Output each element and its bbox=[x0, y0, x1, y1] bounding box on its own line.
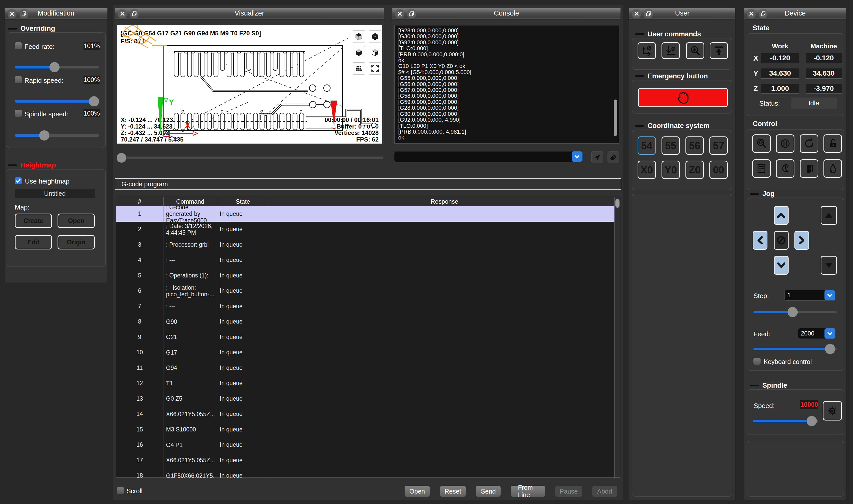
cube-solid-icon[interactable] bbox=[369, 30, 381, 42]
cube-right-icon[interactable] bbox=[369, 46, 381, 58]
console-output[interactable]: [G28:0.000,0.000,0.000][G30:0.000,0.000,… bbox=[394, 25, 619, 144]
rapid-speed-checkbox[interactable] bbox=[15, 76, 22, 83]
close-icon[interactable] bbox=[747, 10, 756, 18]
modification-header[interactable]: Modification bbox=[4, 8, 107, 19]
clear-console-button[interactable] bbox=[607, 151, 619, 163]
coord-button[interactable]: Y0 bbox=[661, 161, 680, 179]
door-button[interactable] bbox=[800, 159, 818, 178]
dropdown-chevron-icon[interactable] bbox=[572, 151, 582, 162]
reset-button-icon-btn[interactable] bbox=[800, 134, 818, 153]
sleep-button[interactable]: zz bbox=[776, 159, 795, 178]
coord-button[interactable]: 57 bbox=[709, 137, 728, 155]
gcode-table[interactable]: # Command State Response 1 ; G-code gene… bbox=[116, 197, 620, 478]
map-button[interactable]: Open bbox=[57, 214, 95, 228]
scrollbar-thumb[interactable] bbox=[616, 199, 620, 208]
table-row[interactable]: 1 ; G-code generated by EasyTrace5000 In… bbox=[116, 206, 615, 222]
close-icon[interactable] bbox=[7, 10, 16, 18]
table-row[interactable]: 2 ; Date: 3/12/2026, 4:44:45 PM In queue bbox=[116, 222, 615, 237]
table-row[interactable]: 13 G0 Z5 In queue bbox=[116, 391, 615, 407]
keyboard-control-checkbox[interactable] bbox=[753, 358, 761, 365]
use-heightmap-checkbox[interactable] bbox=[15, 177, 22, 184]
slider-knob[interactable] bbox=[49, 62, 59, 72]
map-button[interactable]: Create bbox=[15, 214, 52, 228]
checklist-button[interactable] bbox=[752, 159, 771, 178]
action-button[interactable]: Pause bbox=[555, 486, 582, 497]
rapid-speed-slider[interactable] bbox=[15, 100, 99, 103]
jog-y-plus-button[interactable] bbox=[774, 206, 788, 225]
table-row[interactable]: 16 G4 P1 In queue bbox=[116, 437, 615, 453]
visualizer-canvas[interactable]: [GC:G0 G54 G17 G21 G90 G94 M5 M9 T0 F20 … bbox=[117, 25, 382, 144]
col-command[interactable]: Command bbox=[163, 197, 217, 206]
coord-button[interactable]: X0 bbox=[638, 161, 656, 179]
table-row[interactable]: 18 G1F50X66.021Y5. In queue bbox=[116, 468, 615, 478]
scroll-checkbox[interactable] bbox=[117, 487, 124, 494]
feed-rate-checkbox[interactable] bbox=[15, 42, 22, 49]
feed-combo[interactable]: 2000 bbox=[798, 328, 835, 339]
slider-knob[interactable] bbox=[807, 416, 817, 426]
feed-slider[interactable] bbox=[753, 348, 837, 350]
device-header[interactable]: Device bbox=[744, 8, 847, 19]
float-icon[interactable] bbox=[20, 10, 28, 18]
col-state[interactable]: State bbox=[217, 197, 269, 206]
action-button[interactable]: Reset bbox=[440, 486, 466, 497]
grid-icon[interactable] bbox=[353, 62, 365, 75]
spindle-slider[interactable] bbox=[753, 420, 818, 422]
zero-xy-button[interactable]: Ø bbox=[638, 42, 656, 59]
feed-rate-slider[interactable] bbox=[15, 66, 99, 69]
console-header[interactable]: Console bbox=[392, 8, 621, 19]
step-value[interactable]: 1 bbox=[785, 292, 824, 299]
float-icon[interactable] bbox=[759, 10, 767, 18]
zero-z-button[interactable]: Ø bbox=[661, 42, 680, 59]
spindle-speed-checkbox[interactable] bbox=[15, 110, 22, 117]
scrollbar-thumb[interactable] bbox=[614, 100, 617, 136]
action-button[interactable]: Send bbox=[476, 486, 501, 497]
emergency-stop-button[interactable] bbox=[638, 88, 728, 107]
coord-button[interactable]: 54 bbox=[638, 137, 656, 155]
cube-top-icon[interactable] bbox=[353, 30, 365, 42]
coord-button[interactable]: 56 bbox=[686, 137, 704, 155]
table-scrollbar[interactable] bbox=[615, 197, 620, 478]
restore-origin-button[interactable] bbox=[710, 42, 728, 59]
jog-y-minus-button[interactable] bbox=[774, 256, 788, 275]
jog-x-minus-button[interactable] bbox=[753, 231, 767, 250]
toolpath-progress-slider[interactable] bbox=[117, 157, 384, 159]
map-button[interactable]: Origin bbox=[57, 235, 95, 250]
feed-value[interactable]: 2000 bbox=[798, 330, 824, 337]
table-row[interactable]: 11 G94 In queue bbox=[116, 360, 615, 376]
safe-pause-button[interactable] bbox=[776, 134, 795, 153]
action-button[interactable]: Abort bbox=[592, 486, 617, 497]
step-combo[interactable]: 1 bbox=[784, 290, 835, 301]
table-row[interactable]: 7 ; --- In queue bbox=[116, 299, 615, 314]
table-row[interactable]: 8 G90 In queue bbox=[116, 314, 615, 330]
step-slider[interactable] bbox=[753, 311, 837, 313]
jog-x-plus-button[interactable] bbox=[795, 231, 809, 250]
slider-knob[interactable] bbox=[825, 344, 835, 354]
coord-button[interactable]: Z0 bbox=[686, 161, 704, 179]
coord-button[interactable]: 55 bbox=[661, 137, 680, 155]
unlock-button[interactable] bbox=[823, 134, 842, 153]
fit-screen-icon[interactable] bbox=[369, 62, 381, 75]
table-row[interactable]: 3 ; Processor: grbl In queue bbox=[116, 237, 615, 252]
coord-button[interactable]: 00 bbox=[709, 161, 728, 179]
user-header[interactable]: User bbox=[629, 8, 735, 19]
cube-left-icon[interactable] bbox=[353, 46, 365, 58]
heightmap-name[interactable]: Untitled bbox=[15, 189, 95, 198]
table-row[interactable]: 15 M3 S10000 In queue bbox=[116, 422, 615, 437]
console-scrollbar[interactable] bbox=[614, 25, 618, 144]
table-row[interactable]: 5 ; Operations (1): In queue bbox=[116, 268, 615, 283]
float-icon[interactable] bbox=[644, 10, 653, 18]
close-icon[interactable] bbox=[118, 10, 127, 18]
table-row[interactable]: 6 ; - isolation: pico_led_button-... In … bbox=[116, 283, 615, 299]
visualizer-header[interactable]: Visualizer bbox=[115, 8, 384, 19]
table-row[interactable]: 4 ; --- In queue bbox=[116, 252, 615, 268]
float-icon[interactable] bbox=[130, 10, 139, 18]
table-row[interactable]: 12 T1 In queue bbox=[116, 376, 615, 391]
slider-knob[interactable] bbox=[117, 153, 126, 163]
dropdown-chevron-icon[interactable] bbox=[824, 290, 835, 300]
dropdown-chevron-icon[interactable] bbox=[824, 328, 835, 339]
action-button[interactable]: From Line bbox=[511, 486, 545, 497]
probe-button[interactable] bbox=[686, 42, 704, 59]
table-row[interactable]: 9 G21 In queue bbox=[116, 329, 615, 345]
spindle-speed-slider[interactable] bbox=[15, 134, 99, 137]
jog-z-plus-button[interactable] bbox=[821, 206, 837, 225]
